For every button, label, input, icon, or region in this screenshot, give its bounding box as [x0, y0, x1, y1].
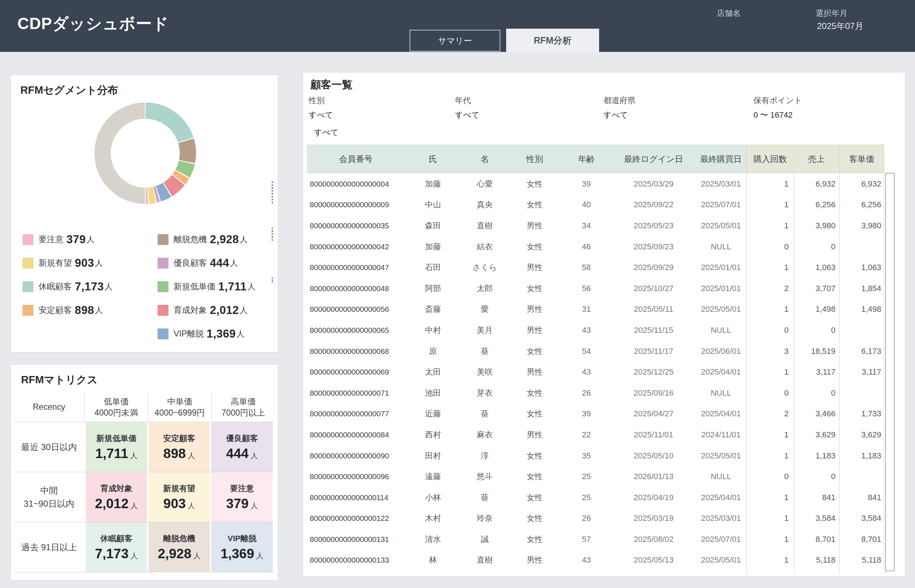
table-row[interactable]: 8000000000000000136金子奈緒男性282025/11/22NUL… [307, 570, 884, 574]
legend-swatch [158, 305, 168, 316]
table-cell: 近藤 [405, 404, 461, 425]
table-cell: 田村 [405, 445, 461, 467]
tab-summary[interactable]: サマリー [409, 30, 500, 52]
legend-item-離脱危機[interactable]: 離脱危機2,928人 [158, 228, 255, 251]
matrix-cell-VIP離脱[interactable]: VIP離脱1,369 人 [211, 522, 273, 572]
table-row[interactable]: 8000000000000000047石田さくら男性582025/09/2920… [307, 257, 884, 278]
matrix-cell-休眠顧客[interactable]: 休眠顧客7,173 人 [86, 522, 147, 572]
table-row[interactable]: 8000000000000000068原葵女性542025/11/172025/… [307, 341, 884, 362]
matrix-cell-name: 新規有望 [163, 483, 196, 494]
table-cell: 8000000000000000096 [307, 466, 405, 487]
table-row[interactable]: 8000000000000000131清水誠女性572025/08/022025… [307, 529, 884, 550]
table-row[interactable]: 8000000000000000004加藤心愛女性392025/03/29202… [307, 173, 884, 195]
table-row[interactable]: 8000000000000000065中村美月男性432025/11/15NUL… [307, 320, 884, 341]
legend-item-育成対象[interactable]: 育成対象2,012人 [158, 298, 255, 322]
period-label: 選択年月 [815, 8, 847, 19]
top-bar: CDPダッシュボード 店舗名 選択年月 2025年07月 サマリー RFM分析 [0, 0, 915, 52]
table-cell: 1 [747, 550, 794, 571]
legend-unit: 人 [86, 234, 94, 245]
column-divider [747, 144, 747, 574]
table-row[interactable]: 8000000000000000048阿部太郎女性562025/10/27202… [307, 278, 884, 299]
table-cell: NULL [695, 383, 747, 404]
table-cell: 25 [561, 487, 612, 508]
table-cell: 太田 [405, 362, 461, 383]
table-cell: 3,117 [839, 362, 884, 383]
table-row[interactable]: 8000000000000000009中山真央女性402025/09/22202… [307, 195, 884, 216]
table-row[interactable]: 8000000000000000114小林葵女性252025/04/192025… [307, 487, 884, 508]
tab-rfm-analysis[interactable]: RFM分析 [506, 29, 599, 52]
table-cell: 女性 [508, 278, 561, 299]
table-cell: 39 [561, 404, 612, 425]
matrix-cell-新規有望[interactable]: 新規有望903 人 [149, 472, 210, 522]
matrix-cell-unit: 人 [186, 452, 196, 459]
legend-item-新規低単価[interactable]: 新規低単価1,711人 [158, 275, 255, 298]
legend-unit: 人 [95, 258, 103, 268]
table-cell: 1 [747, 445, 794, 467]
table-cell [839, 383, 884, 404]
table-cell: 男性 [508, 424, 561, 445]
table-row[interactable]: 8000000000000000077近藤葵女性392025/04/272025… [307, 404, 884, 425]
filter-value[interactable]: すべて [309, 110, 333, 121]
table-row[interactable]: 8000000000000000069太田美咲男性432025/12/25202… [307, 362, 884, 383]
table-cell: 原 [405, 341, 461, 362]
matrix-cell-新規低単価[interactable]: 新規低単価1,711 人 [86, 422, 147, 472]
table-cell: 麻衣 [461, 424, 508, 445]
legend-item-要注意[interactable]: 要注意379人 [23, 228, 158, 251]
legend-swatch [23, 234, 33, 245]
filter-value[interactable]: 0 〜 16742 [753, 110, 802, 121]
table-cell: 3,707 [794, 278, 839, 299]
table-cell: 1,063 [794, 257, 839, 278]
table-row[interactable]: 8000000000000000084西村麻衣男性222025/11/01202… [307, 424, 884, 445]
legend-item-新規有望[interactable]: 新規有望903人 [23, 251, 158, 275]
table-cell: 18,519 [794, 341, 839, 362]
table-row[interactable]: 8000000000000000096遠藤悠斗女性252026/01/13NUL… [307, 466, 884, 487]
legend-label: 要注意 [39, 234, 63, 245]
table-cell: 石田 [405, 257, 461, 278]
table-row[interactable]: 8000000000000000071池田芽衣女性262025/09/16NUL… [307, 383, 884, 404]
matrix-cell-count: 898 人 [163, 446, 195, 461]
table-row[interactable]: 8000000000000000122木村玲奈女性262025/03/19202… [307, 508, 884, 529]
table-row[interactable]: 8000000000000000090田村淳女性352025/05/102025… [307, 445, 884, 467]
table-cell: 女性 [508, 195, 561, 216]
matrix-cell-要注意[interactable]: 要注意379 人 [211, 472, 273, 522]
legend-item-安定顧客[interactable]: 安定顧客898人 [23, 298, 158, 322]
filter-value[interactable]: すべて [603, 110, 635, 121]
chart-artifact [272, 278, 273, 283]
matrix-column-header: 中単価4000~6999円 [148, 393, 211, 422]
table-row[interactable]: 8000000000000000056斎藤愛男性312025/05/112025… [307, 299, 884, 320]
legend-item-優良顧客[interactable]: 優良顧客444人 [158, 251, 255, 275]
table-row[interactable]: 8000000000000000042加藤結衣女性462025/09/23NUL… [307, 236, 884, 257]
matrix-cell-安定顧客[interactable]: 安定顧客898 人 [149, 422, 210, 472]
matrix-cell-name: 離脱危機 [163, 533, 196, 544]
table-cell: 2025/11/01 [612, 424, 695, 445]
matrix-cell-育成対象[interactable]: 育成対象2,012 人 [86, 472, 147, 522]
table-cell: 8,701 [794, 529, 839, 550]
table-scrollbar[interactable] [885, 173, 895, 571]
matrix-cell-離脱危機[interactable]: 離脱危機2,928 人 [149, 522, 210, 572]
table-cell: 8000000000000000068 [307, 341, 405, 362]
filter-value[interactable]: すべて [455, 110, 480, 121]
extra-filter-value[interactable]: すべて [314, 127, 339, 138]
page-title: CDPダッシュボード [18, 13, 169, 34]
legend-item-VIP離脱[interactable]: VIP離脱1,369人 [158, 322, 255, 346]
table-cell: 遠藤 [405, 466, 461, 487]
matrix-cell-count: 1,369 人 [220, 546, 263, 562]
matrix-cell-unit: 人 [249, 452, 258, 459]
table-row[interactable]: 8000000000000000035森田直樹男性342025/05/23202… [307, 215, 884, 236]
matrix-cell-優良顧客[interactable]: 優良顧客444 人 [211, 422, 273, 472]
legend-item-休眠顧客[interactable]: 休眠顧客7,173人 [23, 275, 158, 298]
table-cell: 2025/01/01 [695, 278, 747, 299]
filter-性別: 性別すべて [309, 95, 333, 121]
period-value[interactable]: 2025年07月 [817, 20, 863, 32]
table-cell: 54 [561, 341, 612, 362]
matrix-cell-count: 379 人 [226, 496, 258, 511]
matrix-cell-unit: 人 [249, 502, 258, 510]
filter-row: 性別すべて年代すべて都道府県すべて保有ポイント0 〜 16742 [303, 95, 905, 124]
column-header-購入回数: 購入回数 [747, 144, 794, 173]
table-cell: 1,854 [839, 278, 884, 299]
table-cell: 女性 [508, 404, 561, 425]
table-cell: 26 [561, 383, 612, 404]
table-cell: 2025/05/13 [612, 550, 695, 571]
table-cell: 8000000000000000047 [307, 257, 405, 278]
table-row[interactable]: 8000000000000000133林直樹男性432025/05/132025… [307, 550, 884, 571]
